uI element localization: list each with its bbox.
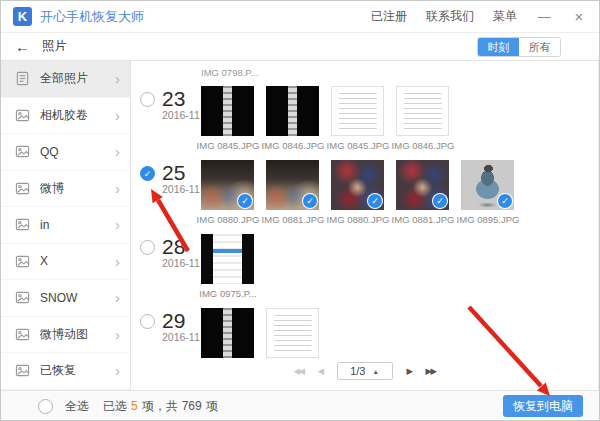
- photo-thumbnail[interactable]: ✓: [396, 160, 449, 210]
- recover-to-computer-button[interactable]: 恢复到电脑: [503, 395, 583, 417]
- sidebar-item-3[interactable]: QQ›: [1, 134, 130, 171]
- app-title: 开心手机恢复大师: [40, 8, 144, 26]
- photo-thumbnail[interactable]: [266, 308, 319, 358]
- group-month: 2016-11: [162, 331, 201, 343]
- group-month: 2016-11: [162, 257, 201, 269]
- photo-item: ✓IMG 0880.JPG: [331, 160, 384, 225]
- group-checkbox[interactable]: [140, 240, 155, 255]
- view-toggle: 时刻 所有: [477, 37, 561, 57]
- photo-thumbnail[interactable]: ✓: [201, 160, 254, 210]
- group-checkbox[interactable]: ✓: [140, 166, 155, 181]
- photo-filename: IMG 0846.JPG: [261, 140, 325, 151]
- titlebar: K 开心手机恢复大师 已注册 联系我们 菜单 — ×: [1, 1, 599, 33]
- page-dropdown-caret-icon[interactable]: ▲: [372, 368, 378, 375]
- select-all-label[interactable]: 全选: [65, 398, 89, 415]
- group-checkbox[interactable]: [140, 314, 155, 329]
- selected-middle: 项，共: [142, 398, 178, 415]
- registered-link[interactable]: 已注册: [371, 8, 407, 25]
- minimize-button[interactable]: —: [536, 9, 552, 24]
- sidebar-item-8[interactable]: 微博动图›: [1, 317, 130, 354]
- prev-page-icon[interactable]: ◀: [317, 366, 322, 376]
- sidebar-item-label: 全部照片: [40, 70, 115, 87]
- last-page-icon[interactable]: ▶▶: [426, 366, 436, 376]
- chevron-right-icon: ›: [115, 327, 120, 342]
- image-icon: [15, 290, 30, 305]
- photo-thumbnail[interactable]: [266, 86, 319, 136]
- date-cell: 282016-11: [131, 234, 201, 299]
- photo-thumbnail[interactable]: ✓: [331, 160, 384, 210]
- image-icon: [15, 108, 30, 123]
- page-number: 1/3: [350, 365, 365, 377]
- sidebar-item-1[interactable]: 全部照片›: [1, 61, 130, 98]
- group-checkbox[interactable]: [140, 92, 155, 107]
- date-group: 282016-11IMG 0975.P...: [131, 234, 598, 299]
- group-day: 29: [162, 309, 185, 333]
- first-page-icon[interactable]: ◀◀: [293, 366, 303, 376]
- image-icon: [15, 327, 30, 342]
- sidebar-item-label: 微博: [40, 180, 115, 197]
- subheader: ← 照片 时刻 所有: [1, 33, 599, 61]
- selected-check-badge: ✓: [368, 194, 382, 208]
- photo-thumbnail[interactable]: [331, 86, 384, 136]
- selected-check-badge: ✓: [303, 194, 317, 208]
- sidebar-item-label: QQ: [40, 145, 115, 159]
- photo-filename: IMG 0845.JPG: [196, 140, 260, 151]
- photo-filename: IMG 0880.JPG: [326, 214, 390, 225]
- group-month: 2016-11: [162, 109, 201, 121]
- tab-moments[interactable]: 时刻: [478, 38, 519, 56]
- document-list-icon: [15, 71, 30, 86]
- photo-filename: IMG 0975.P...: [196, 288, 260, 299]
- date-group: ✓252016-11✓IMG 0880.JPG✓IMG 0881.JPG✓IMG…: [131, 160, 598, 225]
- sidebar-item-4[interactable]: 微博›: [1, 171, 130, 208]
- sidebar-item-9[interactable]: 已恢复›: [1, 353, 130, 390]
- photo-thumbnail[interactable]: [201, 86, 254, 136]
- image-icon: [15, 217, 30, 232]
- date-group: 232016-11IMG 0845.JPGIMG 0846.JPGIMG 084…: [131, 86, 598, 151]
- group-day: 23: [162, 87, 185, 111]
- photo-thumbnail[interactable]: ✓: [461, 160, 514, 210]
- photo-thumbnail[interactable]: [201, 308, 254, 358]
- page-indicator[interactable]: 1/3 ▲: [337, 362, 393, 380]
- sidebar-item-7[interactable]: SNOW›: [1, 280, 130, 317]
- close-button[interactable]: ×: [571, 8, 587, 25]
- sidebar-item-2[interactable]: 相机胶卷›: [1, 98, 130, 135]
- photo-thumbnail[interactable]: [396, 86, 449, 136]
- photo-filename: IMG 0846.JPG: [391, 140, 455, 151]
- selected-prefix: 已选: [103, 398, 127, 415]
- sidebar-item-label: X: [40, 254, 115, 268]
- photo-filename: IMG 0798.P...: [201, 67, 598, 78]
- sidebar-item-6[interactable]: X›: [1, 244, 130, 281]
- sidebar-item-label: SNOW: [40, 291, 115, 305]
- image-icon: [15, 144, 30, 159]
- tab-all[interactable]: 所有: [519, 38, 560, 56]
- photo-filename: IMG 0880.JPG: [196, 214, 260, 225]
- page-title: 照片: [42, 38, 67, 55]
- select-all-checkbox[interactable]: [38, 399, 53, 414]
- photo-item: IMG 0975.P...: [201, 234, 254, 299]
- date-cell: 292016-11: [131, 308, 201, 358]
- photo-filename: IMG 0845.JPG: [326, 140, 390, 151]
- photo-thumbnail[interactable]: [201, 234, 254, 284]
- selected-check-badge: ✓: [238, 194, 252, 208]
- back-arrow-icon[interactable]: ←: [15, 38, 30, 55]
- sidebar-item-label: 相机胶卷: [40, 107, 115, 124]
- image-icon: [15, 254, 30, 269]
- total-count: 769: [182, 399, 202, 413]
- menu-link[interactable]: 菜单: [493, 8, 517, 25]
- sidebar-item-5[interactable]: in›: [1, 207, 130, 244]
- next-page-icon[interactable]: ▶: [407, 366, 412, 376]
- date-group: 292016-11: [131, 308, 598, 358]
- photo-thumbnail[interactable]: ✓: [266, 160, 319, 210]
- contact-us-link[interactable]: 联系我们: [426, 8, 474, 25]
- chevron-right-icon: ›: [115, 181, 120, 196]
- photo-filename: IMG 0881.JPG: [261, 214, 325, 225]
- sidebar-item-label: 已恢复: [40, 362, 115, 379]
- photo-item: [266, 308, 319, 358]
- chevron-right-icon: ›: [115, 363, 120, 378]
- image-icon: [15, 363, 30, 378]
- selected-check-badge: ✓: [433, 194, 447, 208]
- photo-item: IMG 0845.JPG: [331, 86, 384, 151]
- photo-filename: IMG 0881.JPG: [391, 214, 455, 225]
- chevron-right-icon: ›: [115, 254, 120, 269]
- app-logo-icon: K: [13, 7, 32, 26]
